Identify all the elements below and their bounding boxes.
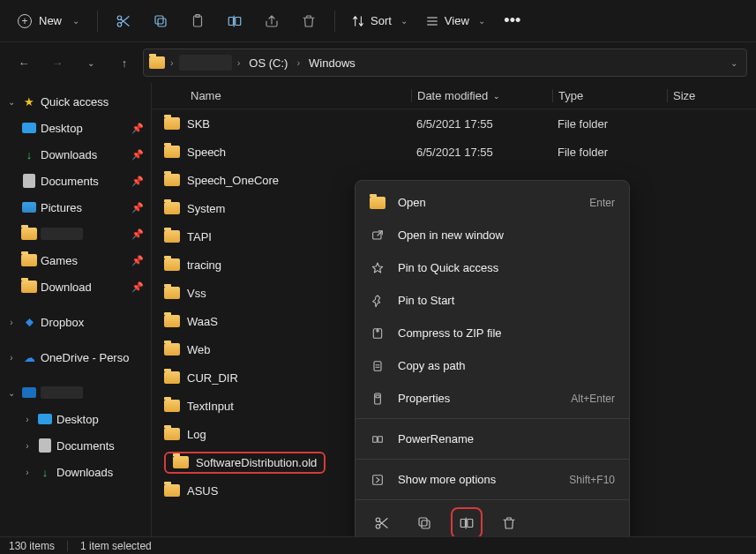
separator: [334, 11, 335, 32]
pin-icon: 📌: [131, 255, 144, 266]
separator: [97, 11, 98, 32]
folder-icon: [164, 202, 180, 214]
svg-rect-19: [419, 518, 427, 526]
address-bar[interactable]: › › OS (C:) › Windows ⌄: [143, 49, 747, 77]
separator: [67, 541, 68, 551]
svg-rect-2: [158, 19, 166, 26]
zip-icon: [370, 326, 385, 341]
table-row[interactable]: Speech6/5/2021 17:55File folder: [152, 138, 756, 166]
more-options-icon: [370, 473, 385, 487]
sidebar-item-desktop[interactable]: Desktop📌: [0, 115, 151, 141]
ctx-show-more[interactable]: Show more optionsShift+F10: [356, 463, 629, 496]
sidebar-item-pictures[interactable]: Pictures📌: [0, 194, 151, 221]
folder-icon: [164, 484, 180, 497]
up-button[interactable]: ↑: [109, 48, 139, 78]
forward-button[interactable]: →: [42, 48, 72, 78]
sidebar-this-pc[interactable]: ⌄: [0, 379, 151, 406]
ctx-pin-quick[interactable]: Pin to Quick access: [356, 251, 629, 284]
sidebar-item-hidden[interactable]: 📌: [0, 221, 151, 247]
col-size[interactable]: Size: [667, 89, 720, 102]
command-bar: + New ⌄ Sort ⌄ View ⌄ •••: [0, 0, 756, 42]
folder-icon: [164, 371, 180, 384]
folder-icon: [164, 117, 180, 130]
folder-icon: [21, 254, 37, 266]
ctx-cut-button[interactable]: [370, 511, 394, 535]
delete-button[interactable]: [292, 5, 326, 37]
more-button[interactable]: •••: [496, 5, 529, 37]
sort-button[interactable]: Sort ⌄: [344, 5, 415, 37]
copy-path-icon: [370, 359, 385, 373]
sidebar-item-games[interactable]: Games📌: [0, 247, 151, 273]
rename-button[interactable]: [218, 5, 251, 37]
ctx-open[interactable]: OpenEnter: [356, 186, 629, 219]
col-date[interactable]: Date modified⌄: [411, 89, 552, 102]
sidebar-item-download[interactable]: Download📌: [0, 273, 151, 300]
ctx-properties[interactable]: PropertiesAlt+Enter: [356, 382, 629, 415]
sidebar-pc-documents[interactable]: ›Documents: [0, 432, 151, 459]
sidebar-pc-desktop[interactable]: ›Desktop: [0, 406, 151, 432]
svg-rect-6: [228, 17, 233, 25]
ctx-copy-button[interactable]: [412, 511, 437, 535]
recent-dropdown[interactable]: ⌄: [76, 48, 106, 78]
plus-circle-icon: +: [18, 14, 32, 28]
new-label: New: [39, 14, 62, 27]
separator: [356, 459, 629, 460]
svg-rect-18: [422, 520, 430, 528]
ctx-compress[interactable]: Compress to ZIP file: [356, 317, 629, 349]
svg-rect-12: [376, 395, 379, 398]
context-menu: OpenEnter Open in new window Pin to Quic…: [355, 180, 630, 549]
copy-button[interactable]: [144, 5, 177, 37]
properties-icon: [370, 392, 385, 406]
svg-rect-7: [236, 17, 241, 25]
download-icon: ↓: [21, 148, 37, 161]
back-button[interactable]: ←: [9, 48, 39, 78]
chevron-down-icon[interactable]: ⌄: [730, 58, 741, 68]
navigation-pane: ⌄★Quick access Desktop📌 ↓Downloads📌 Docu…: [0, 83, 152, 536]
folder-icon: [164, 428, 180, 440]
ctx-power-rename[interactable]: PowerRename: [356, 423, 629, 455]
sidebar-dropbox[interactable]: ›⯁Dropbox: [0, 309, 151, 335]
breadcrumb-seg-drive[interactable]: OS (C:): [245, 55, 291, 71]
pin-icon: 📌: [131, 281, 144, 293]
svg-rect-21: [468, 520, 473, 528]
ctx-copy-path[interactable]: Copy as path: [356, 349, 629, 382]
col-name[interactable]: Name: [164, 89, 411, 102]
breadcrumb-seg-hidden[interactable]: [179, 55, 232, 71]
status-bar: 130 items 1 item selected: [0, 536, 756, 554]
sort-desc-icon: ⌄: [493, 92, 500, 101]
pin-icon: 📌: [131, 202, 144, 213]
folder-icon: [370, 197, 385, 209]
sidebar-item-documents[interactable]: Documents📌: [0, 168, 151, 194]
ctx-rename-button[interactable]: [454, 511, 479, 535]
svg-rect-15: [373, 475, 383, 484]
document-icon: [39, 438, 51, 453]
breadcrumb-seg-folder[interactable]: Windows: [305, 55, 359, 71]
col-type[interactable]: Type: [552, 89, 667, 102]
sidebar-pc-downloads[interactable]: ›↓Downloads: [0, 459, 151, 485]
chevron-down-icon: ⌄: [400, 16, 408, 26]
column-headers: Name Date modified⌄ Type Size: [152, 83, 756, 109]
chevron-right-icon: ›: [236, 57, 243, 68]
sidebar-item-downloads[interactable]: ↓Downloads📌: [0, 141, 151, 168]
separator: [356, 418, 629, 419]
chevron-down-icon: ⌄: [478, 16, 485, 26]
sort-label: Sort: [371, 14, 392, 27]
table-row[interactable]: SKB6/5/2021 17:55File folder: [152, 109, 756, 138]
folder-icon: [21, 228, 37, 240]
desktop-icon: [38, 414, 52, 424]
nav-row: ← → ⌄ ↑ › › OS (C:) › Windows ⌄: [0, 42, 756, 83]
sidebar-onedrive[interactable]: ›☁OneDrive - Perso: [0, 344, 151, 371]
folder-icon: [21, 281, 37, 293]
paste-button[interactable]: [181, 5, 214, 37]
share-button[interactable]: [255, 5, 288, 37]
ctx-open-new-window[interactable]: Open in new window: [356, 219, 629, 251]
sidebar-quick-access[interactable]: ⌄★Quick access: [0, 88, 151, 115]
chevron-right-icon: ›: [295, 57, 302, 68]
ctx-delete-button[interactable]: [497, 511, 521, 535]
cut-button[interactable]: [107, 5, 140, 37]
ctx-pin-start[interactable]: Pin to Start: [356, 284, 629, 317]
view-button[interactable]: View ⌄: [418, 5, 492, 37]
desktop-icon: [22, 123, 36, 133]
new-button[interactable]: + New ⌄: [9, 5, 88, 37]
pictures-icon: [22, 202, 36, 213]
